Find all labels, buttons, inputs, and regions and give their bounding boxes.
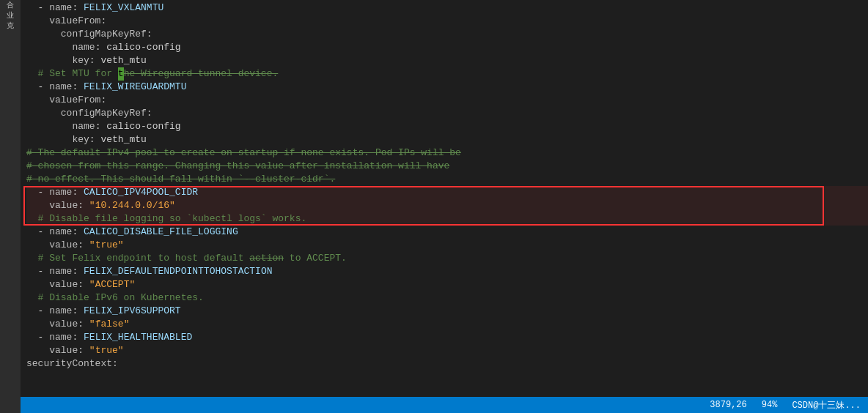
- code-line: name: calico-config: [26, 120, 868, 133]
- code-line: key: veth_mtu: [26, 133, 868, 146]
- code-line: valueFrom:: [26, 15, 868, 28]
- code-line: # Disable file logging so `kubectl logs`…: [26, 212, 868, 226]
- code-line: value: "true": [26, 344, 868, 357]
- sidebar-icon-1[interactable]: 合业克: [2, 7, 18, 23]
- code-line: # The default IPv4 pool to create on sta…: [26, 146, 868, 160]
- sidebar: 合业克: [0, 0, 21, 413]
- cursor-position: 3879,26: [710, 400, 746, 410]
- code-line: # no effect. This should fall within `--…: [26, 173, 868, 186]
- code-line: - name: FELIX_HEALTHENABLED: [26, 331, 868, 344]
- code-line: - name: FELIX_DEFAULTENDPOINTTOHOSTACTIO…: [26, 265, 868, 278]
- editor: 合业克 - name: FELIX_VXLANMTU valueFrom: co…: [0, 0, 868, 413]
- code-line: # Disable IPv6 on Kubernetes.: [26, 291, 868, 305]
- status-info: CSDN@十三妹...: [792, 399, 861, 412]
- code-line: value: "ACCEPT": [26, 278, 868, 291]
- code-line: # chosen from this range. Changing this …: [26, 160, 868, 173]
- code-area: - name: FELIX_VXLANMTU valueFrom: config…: [21, 0, 868, 413]
- code-line: # Set Felix endpoint to host default act…: [26, 252, 868, 265]
- code-line: valueFrom:: [26, 94, 868, 107]
- code-line: key: veth_mtu: [26, 54, 868, 67]
- code-line: - name: FELIX_IPV6SUPPORT: [26, 305, 868, 318]
- code-line: value: "false": [26, 318, 868, 331]
- code-line: value: "true": [26, 239, 868, 252]
- selected-block: - name: CALICO_IPV4POOL_CIDR value: "10.…: [26, 186, 868, 226]
- code-line: value: "10.244.0.0/16": [26, 199, 868, 212]
- code-line: configMapKeyRef:: [26, 107, 868, 120]
- code-line: name: calico-config: [26, 41, 868, 54]
- code-line: - name: FELIX_WIREGUARDMTU: [26, 81, 868, 94]
- code-line: - name: FELIX_VXLANMTU: [26, 1, 868, 15]
- code-line: # Set MTU for the Wireguard tunnel devic…: [26, 67, 868, 81]
- code-line: - name: CALICO_DISABLE_FILE_LOGGING: [26, 226, 868, 239]
- status-bar: 3879,26 94% CSDN@十三妹...: [0, 397, 868, 413]
- code-line: configMapKeyRef:: [26, 28, 868, 41]
- file-percent: 94%: [762, 400, 778, 410]
- code-line: securityContext:: [26, 357, 868, 371]
- code-line: - name: CALICO_IPV4POOL_CIDR: [26, 186, 868, 199]
